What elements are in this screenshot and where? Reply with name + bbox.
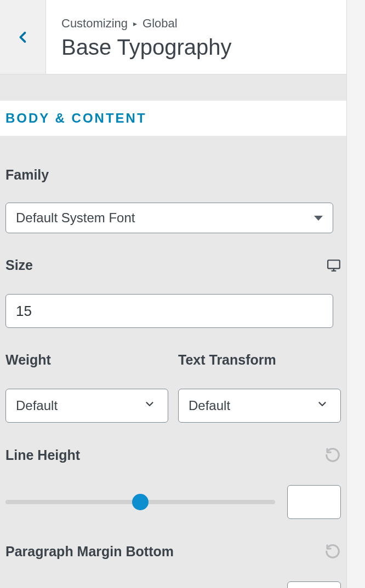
back-button[interactable] xyxy=(0,0,46,74)
size-label: Size xyxy=(5,257,33,273)
section-heading-wrap: BODY & CONTENT xyxy=(0,100,346,136)
family-control: Family Default System Font xyxy=(5,167,341,233)
paragraph-margin-label: Paragraph Margin Bottom xyxy=(5,544,174,560)
size-input[interactable] xyxy=(5,294,333,328)
chevron-down-icon xyxy=(316,398,328,413)
text-transform-select[interactable]: Default xyxy=(178,389,341,423)
line-height-slider-thumb[interactable] xyxy=(132,494,149,510)
weight-select[interactable]: Default xyxy=(5,389,168,423)
size-control: Size xyxy=(5,257,341,328)
breadcrumb-section: Global xyxy=(142,16,178,31)
page-title: Base Typography xyxy=(61,35,331,60)
text-transform-control: Text Transform Default xyxy=(178,352,341,423)
breadcrumb-separator-icon: ▸ xyxy=(133,19,137,28)
weight-label: Weight xyxy=(5,352,168,368)
desktop-icon xyxy=(327,258,341,273)
preview-edge xyxy=(346,0,365,588)
weight-select-value: Default xyxy=(16,398,58,413)
weight-control: Weight Default xyxy=(5,352,168,423)
section-heading: BODY & CONTENT xyxy=(5,111,341,126)
text-transform-select-value: Default xyxy=(189,398,230,413)
responsive-device-button[interactable] xyxy=(327,258,341,273)
text-transform-label: Text Transform xyxy=(178,352,341,368)
line-height-label: Line Height xyxy=(5,447,80,463)
breadcrumb: Customizing ▸ Global xyxy=(61,16,331,31)
line-height-slider[interactable] xyxy=(5,500,275,504)
paragraph-margin-reset-button[interactable] xyxy=(324,543,341,560)
chevron-left-icon xyxy=(15,30,31,45)
chevron-down-icon xyxy=(144,398,156,413)
breadcrumb-prefix: Customizing xyxy=(61,16,128,31)
paragraph-margin-control: Paragraph Margin Bottom xyxy=(5,543,341,588)
family-select[interactable]: Default System Font xyxy=(5,203,333,233)
paragraph-margin-input[interactable] xyxy=(287,581,341,588)
reset-icon xyxy=(324,543,341,560)
reset-icon xyxy=(324,447,341,463)
family-label: Family xyxy=(5,167,341,183)
svg-rect-0 xyxy=(328,260,340,268)
line-height-input[interactable] xyxy=(287,485,341,519)
caret-down-icon xyxy=(314,216,323,221)
customizer-header: Customizing ▸ Global Base Typography xyxy=(0,0,346,74)
family-select-value: Default System Font xyxy=(16,210,135,226)
line-height-reset-button[interactable] xyxy=(324,447,341,463)
line-height-control: Line Height xyxy=(5,447,341,519)
header-titles: Customizing ▸ Global Base Typography xyxy=(46,0,346,74)
